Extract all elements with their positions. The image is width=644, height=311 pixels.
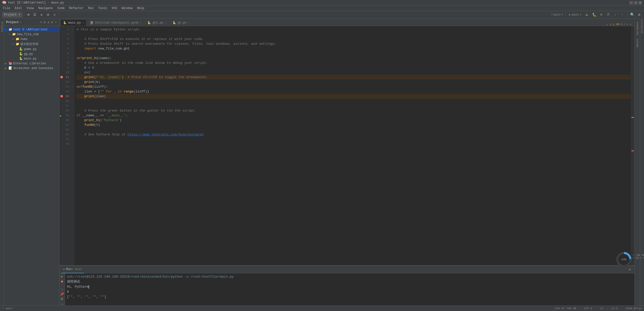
- run-config-dropdown[interactable]: ▶ main ▾: [568, 12, 583, 17]
- sidebar-layout-icon[interactable]: ⊞: [44, 20, 46, 24]
- sidebar-close-icon[interactable]: ✕: [54, 20, 57, 24]
- status-sep-2: |: [595, 307, 597, 310]
- menu-run[interactable]: Run: [86, 6, 96, 11]
- tab-main-py[interactable]: 🐍 main.py ✕: [60, 19, 87, 26]
- settings-main[interactable]: ⚙: [636, 12, 642, 18]
- run-icon: ▶: [63, 268, 65, 271]
- sidebar-item-test-root[interactable]: ▾ 📁 test E:\AAYlan\test: [4, 27, 59, 32]
- editor-scrollbar[interactable]: [631, 26, 634, 265]
- tab-close-main[interactable]: ✕: [82, 21, 84, 24]
- scroll-end-btn[interactable]: ⤵: [60, 288, 64, 291]
- fold-4[interactable]: ⌐: [71, 41, 74, 46]
- layout-icon[interactable]: ⊞: [26, 12, 31, 18]
- tab-untitled[interactable]: 📓 Untitled-checkpoint.pynb ✕: [87, 19, 144, 26]
- sidebar-item-nums[interactable]: ▾ 📁 nums: [4, 37, 59, 41]
- tab-close-gh[interactable]: ✕: [188, 21, 190, 24]
- database-label[interactable]: Database: [635, 20, 639, 37]
- pin-output-btn[interactable]: 📌: [60, 292, 64, 296]
- menu-tools[interactable]: Tools: [96, 6, 109, 11]
- project-panel-label[interactable]: Project: [1, 21, 3, 33]
- project-dropdown[interactable]: Project ▾: [2, 12, 22, 18]
- sidebar-settings-icon[interactable]: ⚙: [40, 20, 43, 24]
- code-content[interactable]: # This is a sample Python script. # Pres…: [74, 26, 631, 265]
- fold-6: [71, 51, 74, 56]
- clear-console-btn[interactable]: 🗑: [60, 297, 64, 301]
- sidebar-sort-icon[interactable]: ⇅: [47, 20, 50, 24]
- status-bar-right: 24% of 790 MB | UTF-8 | LF | 11:5 | CSDN…: [555, 307, 642, 310]
- sidebar-expand-icon[interactable]: ⊡: [51, 20, 54, 24]
- tab-gh-py[interactable]: 🐍 gh.py ✕: [170, 19, 192, 26]
- line-12: 12: [59, 80, 71, 84]
- fold-gutter: ⌐ ⌐ ⌐: [71, 26, 74, 265]
- run-restart-btn[interactable]: ▶: [60, 274, 64, 279]
- menu-code[interactable]: Code: [55, 6, 67, 11]
- status-sep-4: |: [621, 307, 622, 310]
- fold-21[interactable]: ⌐: [71, 123, 74, 127]
- status-memory[interactable]: 24% of 790 MB: [555, 307, 576, 310]
- code-editor[interactable]: 1 2 3 4 5 6 7 8 9 10: [59, 26, 634, 265]
- tab-close-untitled[interactable]: ✕: [140, 21, 141, 24]
- menu-help[interactable]: Help: [135, 6, 146, 11]
- debug-button[interactable]: 🐛: [591, 12, 597, 18]
- sidebar-item-gg-py[interactable]: 🐍 gg.py: [4, 51, 59, 56]
- run-line-empty: [67, 299, 632, 304]
- menu-bar: File Edit View Navigate Code Refactor Ru…: [0, 6, 644, 11]
- maven-label[interactable]: Maven: [635, 37, 639, 49]
- git-branch[interactable]: ⑂ main ▾: [551, 13, 563, 17]
- vcs-push[interactable]: ↑: [620, 12, 625, 18]
- menu-file[interactable]: File: [1, 6, 12, 11]
- list-icon[interactable]: ☰: [32, 12, 38, 18]
- menu-vcs[interactable]: VCS: [110, 6, 119, 11]
- menu-window[interactable]: Window: [120, 6, 135, 11]
- sidebar-item-external-libs[interactable]: ▶ 📚 External Libraries: [4, 61, 59, 66]
- status-line-sep[interactable]: LF: [600, 307, 603, 310]
- run-text-4: ['', '', '', '', '']: [67, 295, 106, 299]
- line-numbers: 1 2 3 4 5 6 7 8 9 10: [59, 26, 71, 265]
- run-config-name: main: [572, 13, 579, 17]
- title-bar-left: 🧠 test [E:\AAYlan\test] - main.py: [2, 1, 64, 5]
- fold-19[interactable]: ⌐: [71, 113, 74, 118]
- status-bar: ⑂ main 24% of 790 MB | UTF-8 | LF | 11:5…: [0, 305, 644, 311]
- fold-1[interactable]: ⌐: [71, 27, 74, 32]
- expand-editor-icon[interactable]: ⇕: [627, 23, 628, 26]
- close-toolbar-icon[interactable]: ✕: [52, 12, 57, 18]
- vcs-update[interactable]: ↓: [613, 12, 618, 18]
- tree-arrow-main: [16, 57, 19, 60]
- soft-wrap-btn[interactable]: ↵: [60, 302, 64, 305]
- menu-navigate[interactable]: Navigate: [36, 6, 55, 11]
- profile-button[interactable]: ⏱: [606, 12, 611, 18]
- settings-icon[interactable]: ⚙: [45, 12, 51, 18]
- fold-13[interactable]: ⌐: [71, 84, 74, 89]
- run-stop-btn[interactable]: ■: [60, 280, 64, 284]
- title-bar-title: test [E:\AAYlan\test] - main.py: [8, 1, 64, 5]
- search-everywhere[interactable]: 🔍: [629, 12, 635, 18]
- sidebar-item-scratches[interactable]: ▶ 📝 Scratches and Consoles: [4, 66, 59, 71]
- run-line-2: Hi, PyCharm: [67, 284, 632, 289]
- collapse-editor-icon[interactable]: ⇔: [630, 23, 631, 26]
- tab-close-gh1[interactable]: ✕: [165, 21, 167, 24]
- line-8: 8: [59, 61, 71, 65]
- status-sep-3: |: [606, 307, 608, 310]
- maximize-button[interactable]: □: [634, 1, 637, 5]
- minimize-button[interactable]: ─: [629, 1, 633, 5]
- run-tab-main[interactable]: ▶ Run: main: [61, 266, 84, 273]
- tab-gh1-py[interactable]: 🐍 gh1.py ✕: [145, 19, 169, 26]
- structure-panel-label[interactable]: Structure: [640, 19, 644, 34]
- close-button[interactable]: ✕: [638, 1, 642, 5]
- run-button[interactable]: ▶: [584, 12, 590, 18]
- settings-run-icon[interactable]: ⚙: [627, 267, 632, 272]
- sidebar-item-main-py[interactable]: 🐍 main.py: [4, 56, 59, 61]
- menu-view[interactable]: View: [25, 6, 36, 11]
- menu-refactor[interactable]: Refactor: [67, 6, 86, 11]
- sidebar-item-game-py[interactable]: 🐍 game.py: [4, 47, 59, 51]
- run-output[interactable]: ssh://root@123.125.240.150:32518/root/mi…: [65, 273, 634, 305]
- sidebar-item-new-file-com[interactable]: ▾ 📁 new_file_com: [4, 32, 59, 37]
- sort-icon[interactable]: ⇅: [39, 12, 44, 18]
- coverage-button[interactable]: ⊡: [598, 12, 604, 18]
- memory-gauge-widget[interactable]: 24% + 790 MB + 36.1 GB: [616, 252, 631, 267]
- center-area: 🐍 main.py ✕ 📓 Untitled-checkpoint.pynb ✕…: [59, 19, 634, 305]
- menu-edit[interactable]: Edit: [13, 6, 24, 11]
- sidebar-item-large-folder[interactable]: ▾ 📁 偌大的文件夹: [4, 41, 59, 47]
- fold-7[interactable]: ⌐: [71, 56, 74, 61]
- status-encoding[interactable]: UTF-8: [584, 307, 592, 310]
